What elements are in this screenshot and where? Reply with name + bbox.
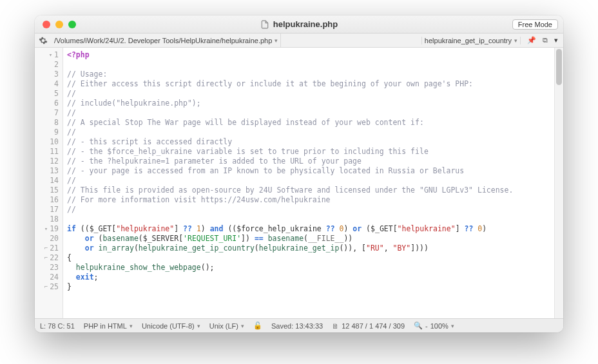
magnifier-icon: 🔍 — [414, 321, 423, 330]
breadcrumb-path[interactable]: /Volumes/iWork/24U/2. Developer Tools/He… — [52, 34, 281, 47]
traffic-lights — [43, 21, 76, 28]
copy-icon[interactable]: ⧉ — [543, 36, 548, 44]
pin-icon[interactable]: 📌 — [527, 36, 536, 44]
line-number: 15 — [35, 186, 59, 195]
line-number: 11 — [35, 147, 59, 157]
free-mode-button[interactable]: Free Mode — [512, 19, 558, 30]
line-number: 2 — [35, 60, 59, 70]
line-number: 12 — [35, 157, 59, 166]
chevron-down-icon: ▾ — [451, 323, 454, 329]
code-area[interactable]: <?php // Usage: // Either access this sc… — [63, 48, 554, 318]
line-number: 10 — [35, 137, 59, 147]
editor-area: ▾123456789101112131415161718▾1920⌐21⌐222… — [35, 48, 563, 318]
chevron-down-icon: ▾ — [275, 37, 278, 44]
fold-toggle[interactable]: ⌐ — [44, 253, 48, 263]
fold-toggle[interactable]: ⌐ — [44, 282, 48, 292]
line-number: 14 — [35, 176, 59, 186]
maximize-button[interactable] — [68, 21, 76, 28]
line-number: ▾19 — [35, 224, 59, 234]
chevron-down-icon[interactable]: ▾ — [554, 36, 558, 44]
scrollbar-thumb[interactable] — [556, 49, 562, 85]
minimize-button[interactable] — [55, 21, 63, 28]
fold-toggle[interactable]: ▾ — [49, 50, 52, 60]
breadcrumb-path-text: /Volumes/iWork/24U/2. Developer Tools/He… — [54, 37, 272, 44]
line-number: ⌐25 — [35, 282, 59, 292]
close-button[interactable] — [43, 21, 50, 28]
statusbar: L: 78 C: 51 PHP in HTML▾ Unicode (UTF-8)… — [35, 318, 563, 332]
line-number: 7 — [35, 108, 59, 118]
chevron-down-icon: ▾ — [130, 323, 133, 329]
title-text: helpukraine.php — [273, 19, 338, 29]
line-number: 24 — [35, 273, 59, 282]
window-title: helpukraine.php — [35, 19, 563, 29]
lock-icon[interactable]: 🔓 — [253, 321, 262, 330]
fold-toggle[interactable]: ▾ — [44, 224, 48, 234]
line-number: 6 — [35, 99, 59, 108]
line-endings-selector[interactable]: Unix (LF)▾ — [209, 322, 244, 330]
symbol-navigator-text: helpukraine_get_ip_country — [425, 37, 512, 44]
line-number: 16 — [35, 195, 59, 205]
line-number: 20 — [35, 234, 59, 244]
line-number: 8 — [35, 118, 59, 128]
gutter[interactable]: ▾123456789101112131415161718▾1920⌐21⌐222… — [35, 48, 63, 318]
line-number: 9 — [35, 128, 59, 137]
line-number: 13 — [35, 166, 59, 176]
fold-toggle[interactable]: ⌐ — [44, 244, 48, 253]
symbol-navigator[interactable]: helpukraine_get_ip_country ▾ — [421, 37, 521, 44]
encoding-selector[interactable]: Unicode (UTF-8)▾ — [142, 322, 200, 330]
line-number: ⌐21 — [35, 244, 59, 253]
line-number: ▾1 — [35, 50, 59, 60]
line-number: 17 — [35, 205, 59, 215]
pathbar: /Volumes/iWork/24U/2. Developer Tools/He… — [35, 34, 563, 48]
chevron-down-icon: ▾ — [197, 323, 200, 329]
chevron-down-icon: ▾ — [241, 323, 244, 329]
titlebar: helpukraine.php Free Mode — [35, 15, 563, 34]
zoom-selector[interactable]: 🔍-100%▾ — [414, 321, 454, 330]
chevron-down-icon: ▾ — [514, 37, 517, 44]
pathbar-right: helpukraine_get_ip_country ▾ 📌 ⧉ ▾ — [421, 36, 563, 44]
gear-icon[interactable] — [39, 36, 48, 45]
language-selector[interactable]: PHP in HTML▾ — [84, 322, 133, 330]
editor-window: helpukraine.php Free Mode /Volumes/iWork… — [35, 15, 563, 332]
line-number: ⌐22 — [35, 253, 59, 263]
saved-status: Saved: 13:43:33 — [271, 322, 323, 330]
document-icon: 🗎 — [332, 322, 339, 330]
line-number: 4 — [35, 79, 59, 89]
file-stats: 🗎12 487 / 1 474 / 309 — [332, 322, 405, 330]
file-icon — [260, 20, 269, 29]
cursor-position[interactable]: L: 78 C: 51 — [40, 322, 75, 330]
line-number: 3 — [35, 70, 59, 79]
scrollbar[interactable] — [554, 48, 563, 318]
line-number: 5 — [35, 89, 59, 99]
line-number: 18 — [35, 215, 59, 224]
line-number: 23 — [35, 263, 59, 273]
